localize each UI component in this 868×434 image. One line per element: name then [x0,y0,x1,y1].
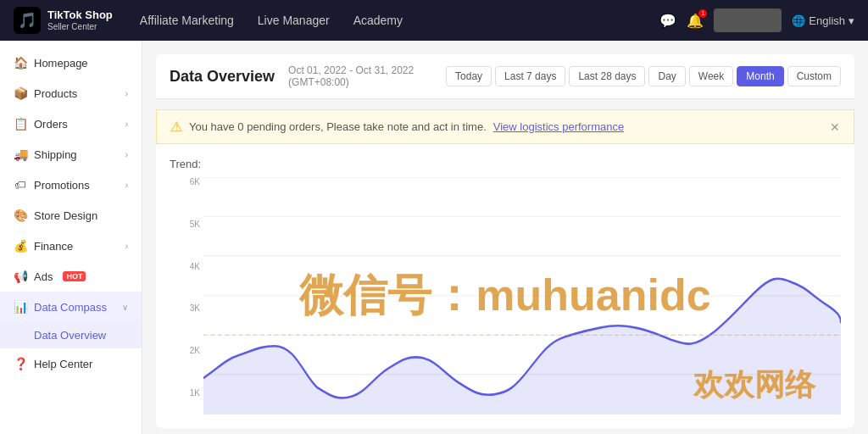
sidebar-item-ads[interactable]: 📢 Ads HOT [0,261,142,292]
y-label-6k: 6K [190,177,200,186]
y-label-1k: 1K [190,388,200,398]
tiktok-logo-icon: 🎵 [14,7,41,34]
alert-message: You have 0 pending orders, Please take n… [189,120,487,133]
y-label-4k: 4K [190,262,200,271]
promotions-icon: 🏷 [14,178,27,192]
sidebar-subitem-data-overview[interactable]: Data Overview [0,322,142,348]
logo: 🎵 TikTok Shop Seller Center [14,7,113,34]
filter-last7[interactable]: Last 7 days [495,66,565,86]
subitem-label-data-overview: Data Overview [34,329,106,342]
filter-custom[interactable]: Custom [787,66,841,86]
messages-icon[interactable]: 💬 [659,13,676,29]
sidebar-item-finance[interactable]: 💰 Finance › [0,231,142,261]
logo-text: TikTok Shop Seller Center [47,9,113,31]
overview-header: Data Overview Oct 01, 2022 - Oct 31, 202… [156,54,854,99]
filter-day[interactable]: Day [648,66,685,86]
sidebar-item-data-compass[interactable]: 📊 Data Compass ∨ [0,292,142,322]
products-icon: 📦 [14,86,27,100]
chart-container: 6K 5K 4K 3K 2K 1K [170,177,841,415]
finance-icon: 💰 [14,239,27,253]
nav-right: 💬 🔔 1 🌐 English ▾ [659,8,854,32]
data-compass-icon: 📊 [14,300,27,314]
sidebar-item-shipping[interactable]: 🚚 Shipping › [0,139,142,170]
chart-svg-wrapper [203,177,841,415]
chevron-icon: › [125,150,128,159]
y-label-5k: 5K [190,220,200,229]
user-avatar[interactable] [714,8,782,32]
sidebar-label-promotions: Promotions [34,179,90,192]
filter-today[interactable]: Today [446,66,492,86]
chevron-icon: › [125,181,128,190]
chevron-icon: ∨ [122,303,128,312]
sidebar-label-data-compass: Data Compass [34,301,107,314]
sidebar-label-homepage: Homepage [34,57,88,70]
sidebar-label-store-design: Store Design [34,209,97,222]
sidebar-label-orders: Orders [34,118,68,131]
logo-title: TikTok Shop [47,9,113,21]
filter-week[interactable]: Week [689,66,733,86]
sidebar-item-help-center[interactable]: ❓ Help Center [0,348,142,379]
nav-academy[interactable]: Academy [353,10,403,31]
sidebar-label-finance: Finance [34,240,73,253]
notification-badge: 1 [698,9,707,18]
trend-label: Trend: [170,158,841,170]
main-content: Data Overview Oct 01, 2022 - Oct 31, 202… [142,41,868,434]
hot-badge: HOT [63,271,86,281]
filter-month[interactable]: Month [737,66,783,86]
date-range: Oct 01, 2022 - Oct 31, 2022 (GMT+08:00) [288,64,432,88]
nav-affiliate-marketing[interactable]: Affiliate Marketing [140,10,234,31]
sidebar: 🏠 Homepage 📦 Products › 📋 Orders › 🚚 Shi… [0,41,142,434]
sidebar-item-store-design[interactable]: 🎨 Store Design [0,200,142,231]
main-layout: 🏠 Homepage 📦 Products › 📋 Orders › 🚚 Shi… [0,41,868,434]
y-label-3k: 3K [190,303,200,313]
warning-icon: ⚠ [170,119,182,135]
chevron-icon: › [125,120,128,129]
sidebar-label-ads: Ads [34,270,53,283]
trend-chart [203,177,841,415]
notifications-icon[interactable]: 🔔 1 [687,13,704,29]
time-filters: Today Last 7 days Last 28 days Day Week … [446,66,841,86]
chevron-icon: › [125,242,128,251]
sidebar-label-shipping: Shipping [34,148,77,161]
home-icon: 🏠 [14,56,27,70]
y-label-2k: 2K [190,346,200,355]
sidebar-item-homepage[interactable]: 🏠 Homepage [0,47,142,78]
shipping-icon: 🚚 [14,147,27,161]
sidebar-item-promotions[interactable]: 🏷 Promotions › [0,170,142,200]
help-icon: ❓ [14,357,27,370]
sidebar-label-products: Products [34,87,77,100]
alert-banner: ⚠ You have 0 pending orders, Please take… [156,109,854,144]
nav-links: Affiliate Marketing Live Manager Academy [140,10,633,31]
sidebar-item-products[interactable]: 📦 Products › [0,78,142,108]
sidebar-item-orders[interactable]: 📋 Orders › [0,108,142,139]
nav-live-manager[interactable]: Live Manager [258,10,330,31]
sidebar-label-help-center: Help Center [34,358,92,370]
alert-close-button[interactable]: ✕ [830,120,840,134]
y-axis: 6K 5K 4K 3K 2K 1K [170,177,203,415]
page-title: Data Overview [170,68,275,86]
chart-section: Trend: 6K 5K 4K 3K 2K 1K [156,144,854,428]
chevron-icon: › [125,89,128,98]
store-design-icon: 🎨 [14,209,27,222]
orders-icon: 📋 [14,117,27,131]
logo-subtitle: Seller Center [47,22,113,31]
language-selector[interactable]: 🌐 English ▾ [792,14,854,27]
top-nav: 🎵 TikTok Shop Seller Center Affiliate Ma… [0,0,868,41]
ads-icon: 📢 [14,270,27,283]
filter-last28[interactable]: Last 28 days [569,66,645,86]
logistics-link[interactable]: View logistics performance [493,120,624,133]
